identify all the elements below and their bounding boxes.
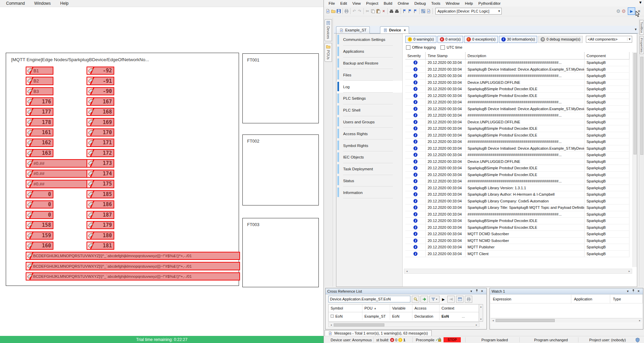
new-object-icon[interactable] bbox=[426, 8, 431, 14]
xref-cell-symbol[interactable]: - EoN bbox=[329, 312, 362, 320]
log-col-component[interactable]: Component bbox=[585, 52, 629, 59]
log-row[interactable]: i20.12.2020 00:33:04####################… bbox=[405, 59, 629, 66]
offline-logging-checkbox[interactable]: Offline logging bbox=[406, 45, 436, 50]
sidebar-item-plc-shell[interactable]: PLC Shell bbox=[336, 104, 402, 116]
log-row[interactable]: i20.12.2020 00:33:04SparkplugB Device In… bbox=[405, 106, 629, 113]
log-vscroll-thumb[interactable] bbox=[634, 53, 637, 154]
tree-collapse-icon[interactable]: - bbox=[331, 315, 334, 318]
sidebar-item-log[interactable]: Log bbox=[336, 81, 402, 93]
expand-button[interactable]: ▸ bbox=[441, 296, 446, 303]
menu-item-window[interactable]: Window bbox=[443, 1, 462, 5]
menu-item-edit[interactable]: Edit bbox=[338, 1, 350, 5]
tab-example-st[interactable]: Example_ST bbox=[336, 26, 370, 33]
xref-col-context[interactable]: Context bbox=[439, 304, 479, 312]
log-row[interactable]: i20.12.2020 00:33:04SparkplugBSimple Pro… bbox=[405, 172, 629, 178]
sidebar-item-symbol-rights[interactable]: Symbol Rights bbox=[336, 140, 402, 151]
log-row[interactable]: i20.12.2020 00:33:04####################… bbox=[405, 152, 629, 158]
watch-col-type[interactable]: Type bbox=[610, 295, 643, 303]
log-row[interactable]: i20.12.2020 00:33:04####################… bbox=[405, 99, 629, 106]
xref-vertical-scrollbar[interactable]: ▴ ▾ bbox=[479, 304, 483, 322]
log-row[interactable]: i20.12.2020 00:33:04SparkplugBSimple Pro… bbox=[405, 218, 629, 224]
xref-col-access[interactable]: Access bbox=[412, 304, 439, 312]
undo-icon[interactable]: ↶ bbox=[352, 8, 357, 14]
sidebar-item-iec-objects[interactable]: IEC Objects bbox=[336, 151, 402, 163]
xref-cell-pou[interactable]: Example_ST bbox=[362, 312, 390, 320]
dropdown-caret-icon[interactable]: ▼ bbox=[627, 38, 632, 41]
menu-item-help[interactable]: Help bbox=[462, 1, 476, 5]
sidebar-item-plc-settings[interactable]: PLC Settings bbox=[336, 93, 402, 104]
sidebar-item-status[interactable]: Status bbox=[336, 175, 402, 187]
log-row[interactable]: i20.12.2020 00:33:04SparkplugB Library T… bbox=[405, 204, 629, 211]
log-col-timestamp[interactable]: Time Stamp bbox=[426, 52, 466, 59]
bookmark-next-icon[interactable] bbox=[413, 8, 418, 14]
find-replace-icon[interactable] bbox=[394, 8, 400, 14]
watch-col-expression[interactable]: Expression bbox=[490, 295, 571, 303]
scroll-up-icon[interactable]: ▴ bbox=[478, 305, 483, 308]
pin-icon[interactable] bbox=[474, 289, 479, 293]
open-in-window-button[interactable] bbox=[456, 296, 463, 303]
bookmark-prev-icon[interactable] bbox=[407, 8, 413, 14]
menu-item-build[interactable]: Build bbox=[381, 1, 395, 5]
search-button[interactable] bbox=[412, 296, 419, 303]
print-list-button[interactable] bbox=[465, 296, 472, 303]
app-selector-caret-icon[interactable]: ▼ bbox=[497, 9, 501, 13]
dock-tab-pous[interactable]: POUs bbox=[325, 43, 332, 62]
log-row[interactable]: i20.12.2020 00:33:04Device.UNPLUGGED.OFF… bbox=[405, 79, 629, 86]
go-button[interactable] bbox=[421, 296, 428, 303]
xref-col-pou[interactable]: POU▲ bbox=[362, 304, 390, 312]
new-file-icon[interactable] bbox=[325, 8, 331, 14]
find-icon[interactable] bbox=[389, 8, 394, 14]
scroll-left-icon[interactable]: ◂ bbox=[491, 319, 496, 322]
active-application-selector[interactable]: Application [Device: PLC Logic] ▼ bbox=[435, 8, 502, 15]
tab-list-caret-icon[interactable]: ▼ bbox=[634, 28, 637, 31]
log-row[interactable]: i20.12.2020 00:33:04SparkplugB Library A… bbox=[405, 191, 629, 198]
menu-item-windows[interactable]: Windows bbox=[29, 0, 55, 7]
indent-button[interactable] bbox=[447, 296, 455, 303]
log-row[interactable]: i20.12.2020 00:33:04MQTT DCMD Subscriber… bbox=[405, 231, 629, 238]
watch-col-application[interactable]: Application bbox=[571, 295, 610, 303]
sidebar-item-communication-settings[interactable]: Communication Settings bbox=[336, 34, 402, 46]
sidebar-item-information[interactable]: Information bbox=[336, 187, 402, 198]
menu-item-pythoneditor[interactable]: PythonEditor bbox=[476, 1, 503, 5]
dock-tab-toolbox[interactable]: ToolBox bbox=[640, 20, 644, 35]
watch-hscroll-thumb[interactable] bbox=[496, 319, 555, 322]
log-row[interactable]: i20.12.2020 00:33:04MQTT NCMD Subscriber… bbox=[405, 238, 629, 244]
filter-information-button[interactable]: i30 information(s) bbox=[499, 36, 538, 43]
log-row[interactable]: i20.12.2020 00:33:04SparkplugBSimple Pro… bbox=[405, 125, 629, 132]
filter-warning-button[interactable]: !0 warning(s) bbox=[405, 36, 436, 43]
sidebar-item-access-rights[interactable]: Access Rights bbox=[336, 128, 402, 140]
dock-tab-devices[interactable]: Devices bbox=[325, 19, 332, 41]
scroll-right-icon[interactable]: ▸ bbox=[637, 319, 642, 322]
panel-menu-caret-icon[interactable]: ▾ bbox=[469, 289, 474, 293]
log-row[interactable]: i20.12.2020 00:33:04Device.UNPLUGGED.OFF… bbox=[405, 119, 629, 126]
log-horizontal-scrollbar[interactable]: ◂ ▸ bbox=[404, 269, 632, 274]
utc-time-checkbox[interactable]: UTC time bbox=[440, 45, 462, 50]
xref-horizontal-scrollbar[interactable]: ◂ ▸ bbox=[328, 322, 479, 327]
start-button[interactable]: ▶ bbox=[628, 7, 635, 15]
right-scrollbar-thumb[interactable] bbox=[640, 57, 643, 155]
xref-cell-variable[interactable]: EoN bbox=[390, 312, 412, 320]
log-row[interactable]: i20.12.2020 00:33:04####################… bbox=[405, 211, 629, 218]
menu-item-file[interactable]: File bbox=[326, 1, 338, 5]
log-row[interactable]: i20.12.2020 00:33:04MQTT ClientSparkplug… bbox=[405, 251, 629, 258]
panel-menu-caret-icon[interactable]: ▾ bbox=[625, 289, 630, 293]
menu-item-online[interactable]: Online bbox=[395, 1, 411, 5]
cross-reference-search-input[interactable]: Device.Application.Example_ST.EoN bbox=[328, 296, 410, 302]
logout-icon[interactable]: ⚙ bbox=[621, 8, 626, 14]
redo-icon[interactable]: ↷ bbox=[357, 8, 362, 14]
save-icon[interactable] bbox=[336, 8, 341, 14]
menu-item-project[interactable]: Project bbox=[363, 1, 381, 5]
window-menu-caret-icon[interactable]: ▼ bbox=[639, 0, 642, 4]
sidebar-item-users-and-groups[interactable]: Users and Groups bbox=[336, 116, 402, 128]
cut-icon[interactable]: ✂ bbox=[365, 8, 370, 14]
xref-hscroll-thumb[interactable] bbox=[334, 323, 384, 326]
xref-col-variable[interactable]: Variable bbox=[390, 304, 412, 312]
log-row[interactable]: i20.12.2020 00:33:04####################… bbox=[405, 73, 629, 79]
log-row[interactable]: i20.12.2020 00:33:04SparkplugB Library C… bbox=[405, 198, 629, 205]
log-row[interactable]: i20.12.2020 00:33:04SparkplugBSimple Pro… bbox=[405, 132, 629, 139]
log-row[interactable]: i20.12.2020 00:33:04SparkplugBSimple Pro… bbox=[405, 224, 629, 231]
filter-error-button[interactable]: x0 error(s) bbox=[437, 36, 463, 43]
watch-horizontal-scrollbar[interactable]: ◂ ▸ bbox=[491, 318, 642, 323]
offline-logging-checkbox-box[interactable] bbox=[406, 45, 410, 50]
log-col-description[interactable]: Description bbox=[466, 52, 585, 59]
